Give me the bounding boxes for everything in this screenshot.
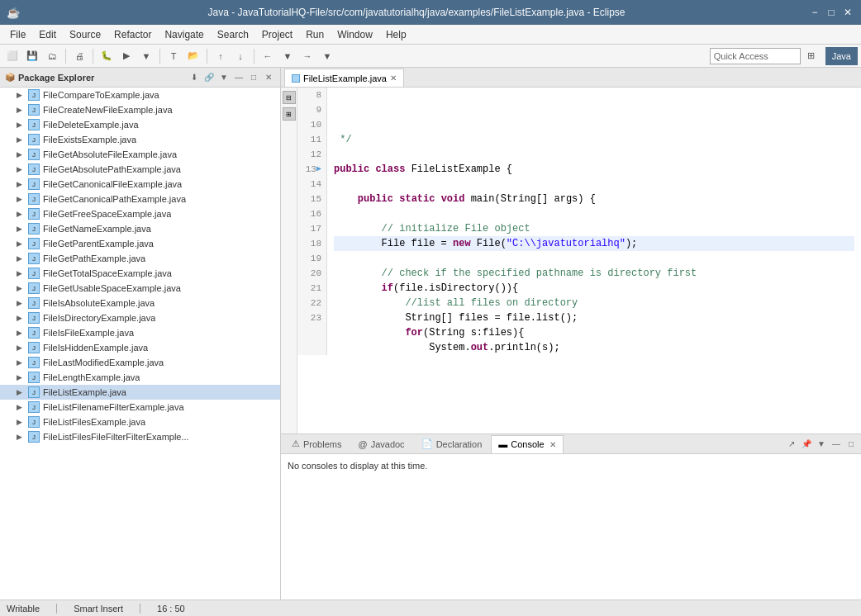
view-menu-button[interactable]: ▼ — [217, 71, 231, 84]
menu-file[interactable]: File — [3, 27, 32, 42]
next-annotation[interactable]: ↓ — [231, 47, 250, 65]
debug-button[interactable]: 🐛 — [98, 47, 116, 65]
open-perspective-button[interactable]: ⊞ — [802, 47, 821, 65]
code-token: new — [453, 236, 471, 251]
list-item[interactable]: ▶JFileGetNameExample.java — [0, 221, 280, 236]
print-button[interactable]: 🖨 — [70, 47, 88, 65]
close-panel-button[interactable]: ✕ — [262, 71, 275, 84]
toolbar-sep3 — [159, 49, 160, 64]
list-item[interactable]: ▶JFileIsFileExample.java — [0, 325, 280, 340]
code-token — [334, 296, 405, 310]
list-item[interactable]: ▶JFileListFilesFileFilterFilterExample..… — [0, 429, 280, 444]
list-item[interactable]: ▶JFileGetCanonicalFileExample.java — [0, 177, 280, 192]
prev-annotation[interactable]: ↑ — [212, 47, 230, 65]
menu-window[interactable]: Window — [331, 27, 379, 42]
code-token — [369, 162, 375, 177]
list-item[interactable]: ▶JFileListFilesExample.java — [0, 415, 280, 429]
quick-access-input[interactable]: Quick Access — [710, 48, 801, 64]
open-resource-button[interactable]: 📂 — [184, 47, 202, 65]
pin-console-button[interactable]: 📌 — [800, 438, 813, 451]
list-item[interactable]: ▶JFileLastModifiedExample.java — [0, 355, 280, 370]
java-file-icon: J — [28, 297, 40, 309]
menu-navigate[interactable]: Navigate — [158, 27, 210, 42]
list-item[interactable]: ▶JFileGetTotalSpaceExample.java — [0, 266, 280, 281]
save-all-button[interactable]: 🗂 — [43, 47, 61, 65]
line-number: 14 — [302, 177, 321, 192]
side-btn-1[interactable]: ⊟ — [283, 91, 296, 104]
forward-dropdown[interactable]: ▼ — [318, 47, 336, 65]
collapse-all-button[interactable]: ⬇ — [188, 71, 201, 84]
list-item[interactable]: ▶JFileExistsExample.java — [0, 132, 280, 147]
tab-console[interactable]: ▬ Console ✕ — [491, 435, 563, 453]
side-btn-2[interactable]: ⊞ — [283, 107, 296, 121]
list-item[interactable]: ▶JFileGetAbsoluteFileExample.java — [0, 147, 280, 162]
table-row — [334, 206, 854, 221]
list-item[interactable]: ▶JFileIsAbsoluteExample.java — [0, 296, 280, 310]
list-item[interactable]: ▶JFileGetCanonicalPathExample.java — [0, 192, 280, 206]
list-item[interactable]: ▶JFileCreateNewFileExample.java — [0, 102, 280, 117]
list-item[interactable]: ▶JFileDeleteExample.java — [0, 117, 280, 132]
chevron-right-icon: ▶ — [17, 135, 26, 144]
run-dropdown[interactable]: ▼ — [137, 47, 155, 65]
open-type-button[interactable]: T — [164, 47, 183, 65]
menu-search[interactable]: Search — [211, 27, 255, 42]
list-item[interactable]: ▶JFileIsDirectoryExample.java — [0, 310, 280, 325]
console-menu-button[interactable]: ▼ — [815, 438, 828, 451]
maximize-panel-button[interactable]: □ — [247, 71, 260, 84]
table-row: public static void main(String[] args) { — [334, 192, 854, 206]
list-item[interactable]: ▶JFileListExample.java — [0, 385, 280, 400]
list-item[interactable]: ▶JFileGetAbsolutePathExample.java — [0, 162, 280, 177]
list-item[interactable]: ▶JFileLengthExample.java — [0, 370, 280, 385]
chevron-right-icon: ▶ — [17, 284, 26, 292]
minimize-panel-button[interactable]: — — [232, 71, 245, 84]
file-label: FileCompareToExample.java — [43, 90, 159, 100]
code-editor[interactable]: 8910111213 ▶14151617181920212223 */publi… — [297, 88, 861, 434]
file-label: FileDeleteExample.java — [43, 120, 139, 130]
menu-source[interactable]: Source — [63, 27, 107, 42]
open-console-button[interactable]: ↗ — [785, 438, 798, 451]
console-close-icon[interactable]: ✕ — [549, 440, 556, 449]
editor-tab-filelist[interactable]: FileListExample.java ✕ — [284, 69, 404, 87]
list-item[interactable]: ▶JFileGetFreeSpaceExample.java — [0, 206, 280, 221]
new-button[interactable]: ⬜ — [3, 47, 21, 65]
line-number: 18 — [302, 236, 321, 251]
file-label: FileGetCanonicalFileExample.java — [43, 179, 182, 189]
tab-declaration[interactable]: 📄 Declaration — [414, 435, 490, 453]
menu-run[interactable]: Run — [299, 27, 331, 42]
tab-close-icon[interactable]: ✕ — [390, 73, 397, 83]
code-lines: 8910111213 ▶14151617181920212223 */publi… — [297, 88, 861, 355]
list-item[interactable]: ▶JFileListFilenameFilterExample.java — [0, 400, 280, 415]
list-item[interactable]: ▶JFileGetUsableSpaceExample.java — [0, 281, 280, 296]
line-number: 9 — [302, 102, 321, 117]
file-tree[interactable]: ▶JFileCompareToExample.java▶JFileCreateN… — [0, 88, 280, 599]
tab-javadoc[interactable]: @ Javadoc — [350, 435, 411, 453]
file-label: FileGetNameExample.java — [43, 224, 151, 234]
menu-project[interactable]: Project — [255, 27, 299, 42]
maximize-bottom-button[interactable]: □ — [844, 438, 858, 451]
menu-edit[interactable]: Edit — [32, 27, 63, 42]
run-button[interactable]: ▶ — [117, 47, 136, 65]
tab-problems[interactable]: ⚠ Problems — [284, 435, 349, 453]
link-editor-button[interactable]: 🔗 — [202, 71, 216, 84]
chevron-right-icon: ▶ — [17, 106, 26, 114]
list-item[interactable]: ▶JFileIsHiddenExample.java — [0, 340, 280, 355]
forward-button[interactable]: → — [298, 47, 316, 65]
list-item[interactable]: ▶JFileGetParentExample.java — [0, 236, 280, 251]
minimize-bottom-button[interactable]: — — [830, 438, 843, 451]
menu-help[interactable]: Help — [379, 27, 413, 42]
table-row: */ — [334, 132, 854, 147]
menu-refactor[interactable]: Refactor — [107, 27, 158, 42]
code-token: String[] files = file.list(); — [334, 310, 578, 325]
table-row: public class FileListExample { — [334, 162, 854, 177]
code-token: .println(s); — [488, 340, 559, 355]
close-button[interactable]: ✕ — [841, 6, 854, 19]
save-button[interactable]: 💾 — [23, 47, 41, 65]
chevron-right-icon: ▶ — [17, 195, 26, 203]
java-perspective-button[interactable]: Java — [825, 47, 858, 65]
list-item[interactable]: ▶JFileCompareToExample.java — [0, 88, 280, 102]
back-dropdown[interactable]: ▼ — [278, 47, 297, 65]
minimize-button[interactable]: − — [808, 6, 821, 19]
maximize-button[interactable]: □ — [825, 6, 838, 19]
list-item[interactable]: ▶JFileGetPathExample.java — [0, 251, 280, 266]
back-button[interactable]: ← — [259, 47, 277, 65]
